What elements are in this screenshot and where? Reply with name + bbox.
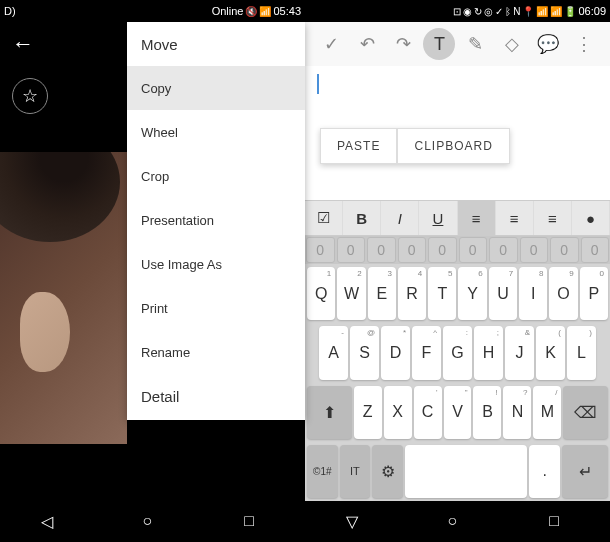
clipboard-button[interactable]: CLIPBOARD	[397, 128, 509, 164]
num-key[interactable]: 0	[337, 237, 366, 263]
online-label: Online	[212, 5, 244, 17]
num-key[interactable]: 0	[306, 237, 335, 263]
paste-popup: PASTE CLIPBOARD	[320, 128, 510, 164]
nav-recent-button-2[interactable]: □	[549, 512, 569, 532]
key-a[interactable]: A-	[319, 326, 348, 379]
back-button[interactable]: ←	[12, 31, 34, 57]
left-status-bar: D) Online 🔇 📶 05:43	[0, 0, 305, 22]
key-d[interactable]: D*	[381, 326, 410, 379]
align-center-button[interactable]: ≡	[496, 201, 534, 235]
key-p[interactable]: P0	[580, 267, 608, 320]
pen-tool-button[interactable]: ✎	[460, 28, 492, 60]
favorite-button[interactable]: ☆	[12, 78, 48, 114]
bullet-button[interactable]: ●	[572, 201, 610, 235]
underline-button[interactable]: U	[419, 201, 457, 235]
editor-toolbar: ✓ ↶ ↷ T ✎ ◇ 💬 ⋮	[305, 22, 610, 66]
key-j[interactable]: J&	[505, 326, 534, 379]
menu-item-crop[interactable]: Crop	[127, 154, 305, 198]
key-w[interactable]: W2	[337, 267, 365, 320]
confirm-button[interactable]: ✓	[315, 28, 347, 60]
key-k[interactable]: K(	[536, 326, 565, 379]
menu-item-presentation[interactable]: Presentation	[127, 198, 305, 242]
target-icon: ◎	[484, 6, 493, 17]
nav-back-button[interactable]: ◁	[41, 512, 61, 532]
key-r[interactable]: R4	[398, 267, 426, 320]
num-key[interactable]: 0	[367, 237, 396, 263]
key-c[interactable]: C'	[414, 386, 442, 439]
keyboard: 0000000000 Q1W2E3R4T5Y6U7I8O9P0 A-S@D*F^…	[305, 236, 610, 501]
bold-button[interactable]: B	[343, 201, 381, 235]
paste-button[interactable]: PASTE	[320, 128, 397, 164]
key-n[interactable]: N?	[503, 386, 531, 439]
menu-item-print[interactable]: Print	[127, 286, 305, 330]
eraser-tool-button[interactable]: ◇	[496, 28, 528, 60]
key-o[interactable]: O9	[549, 267, 577, 320]
shift-key[interactable]: ⬆	[307, 386, 352, 439]
key-f[interactable]: F^	[412, 326, 441, 379]
key-row-4: ©1# IT ⚙ . ↵	[305, 442, 610, 501]
battery-icon: 🔋	[564, 6, 576, 17]
key-t[interactable]: T5	[428, 267, 456, 320]
nav-recent-button[interactable]: □	[244, 512, 264, 532]
enter-key[interactable]: ↵	[562, 445, 608, 498]
menu-item-copy[interactable]: Copy	[127, 66, 305, 110]
num-key[interactable]: 0	[550, 237, 579, 263]
checklist-button[interactable]: ☑	[305, 201, 343, 235]
key-i[interactable]: I8	[519, 267, 547, 320]
redo-button[interactable]: ↷	[387, 28, 419, 60]
check-icon: ✓	[495, 6, 503, 17]
key-h[interactable]: H;	[474, 326, 503, 379]
num-key[interactable]: 0	[581, 237, 610, 263]
more-button[interactable]: ⋮	[568, 28, 600, 60]
num-key[interactable]: 0	[398, 237, 427, 263]
location-icon: 📍	[522, 6, 534, 17]
nav-home-button[interactable]: ○	[142, 512, 162, 532]
navigation-bar: ◁ ○ □ ▽ ○ □	[0, 501, 610, 542]
nav-down-button[interactable]: ▽	[346, 512, 366, 532]
key-v[interactable]: V"	[444, 386, 472, 439]
right-status-bar: ⊡ ◉ ↻ ◎ ✓ ᛒ N 📍 📶 📶 🔋 06:09	[305, 0, 610, 22]
key-row-2: A-S@D*F^G:H;J&K(L)	[305, 323, 610, 382]
undo-button[interactable]: ↶	[351, 28, 383, 60]
nav-home-button-2[interactable]: ○	[447, 512, 467, 532]
menu-item-detail[interactable]: Detail	[127, 374, 305, 418]
settings-key[interactable]: ⚙	[372, 445, 403, 498]
key-u[interactable]: U7	[489, 267, 517, 320]
key-e[interactable]: E3	[368, 267, 396, 320]
space-key[interactable]	[405, 445, 528, 498]
num-key[interactable]: 0	[489, 237, 518, 263]
num-key[interactable]: 0	[428, 237, 457, 263]
context-menu: Move Copy Wheel Crop Presentation Use Im…	[127, 22, 305, 420]
comment-button[interactable]: 💬	[532, 28, 564, 60]
circle-icon: ◉	[463, 6, 472, 17]
key-z[interactable]: Z	[354, 386, 382, 439]
num-key[interactable]: 0	[520, 237, 549, 263]
italic-button[interactable]: I	[381, 201, 419, 235]
key-s[interactable]: S@	[350, 326, 379, 379]
text-cursor	[317, 74, 319, 94]
menu-item-move[interactable]: Move	[127, 22, 305, 66]
period-key[interactable]: .	[529, 445, 560, 498]
menu-item-rename[interactable]: Rename	[127, 330, 305, 374]
num-key[interactable]: 0	[459, 237, 488, 263]
menu-item-wheel[interactable]: Wheel	[127, 110, 305, 154]
align-left-button[interactable]: ≡	[458, 201, 496, 235]
key-m[interactable]: M/	[533, 386, 561, 439]
signal-icon: 📶	[259, 6, 271, 17]
key-q[interactable]: Q1	[307, 267, 335, 320]
language-key[interactable]: IT	[340, 445, 371, 498]
text-tool-button[interactable]: T	[423, 28, 455, 60]
backspace-key[interactable]: ⌫	[563, 386, 608, 439]
key-b[interactable]: B!	[473, 386, 501, 439]
number-row: 0000000000	[305, 236, 610, 264]
bluetooth-icon: ᛒ	[505, 6, 511, 17]
key-g[interactable]: G:	[443, 326, 472, 379]
key-y[interactable]: Y6	[458, 267, 486, 320]
align-right-button[interactable]: ≡	[534, 201, 572, 235]
key-x[interactable]: X	[384, 386, 412, 439]
photo-preview[interactable]	[0, 152, 127, 444]
key-row-3: ⬆ ZXC'V"B!N?M/ ⌫	[305, 383, 610, 442]
key-l[interactable]: L)	[567, 326, 596, 379]
menu-item-use-image-as[interactable]: Use Image As	[127, 242, 305, 286]
symbols-key[interactable]: ©1#	[307, 445, 338, 498]
